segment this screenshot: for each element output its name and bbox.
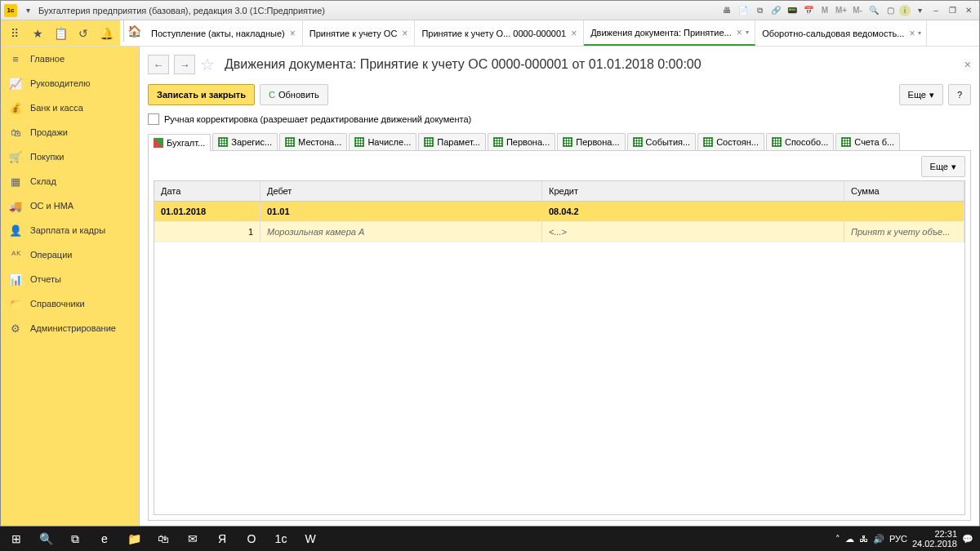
sidebar-item[interactable]: ᴬᴷОперации xyxy=(1,242,139,267)
m-minus-icon[interactable]: M- xyxy=(850,4,865,17)
sidebar-item[interactable]: ≡Главное xyxy=(1,47,139,71)
dropdown-icon[interactable]: ▾ xyxy=(20,4,35,17)
link-icon[interactable]: 🔗 xyxy=(768,4,783,17)
register-tab[interactable]: Местона... xyxy=(279,133,347,150)
document-tab[interactable]: Движения документа: Принятие...×▾ xyxy=(584,20,755,46)
refresh-icon: С xyxy=(269,90,275,100)
sidebar-item[interactable]: 📁Справочники xyxy=(1,291,139,316)
cell-debit: Морозильная камера А xyxy=(261,222,542,242)
store-icon[interactable]: 🛍 xyxy=(149,527,178,551)
m-plus-icon[interactable]: M+ xyxy=(834,4,849,17)
m-icon[interactable]: M xyxy=(817,4,832,17)
start-button[interactable]: ⊞ xyxy=(2,527,31,551)
1c-icon[interactable]: 1c xyxy=(266,527,296,551)
register-tab[interactable]: Парамет... xyxy=(418,133,486,150)
close-icon[interactable]: ✕ xyxy=(961,4,976,17)
yandex-icon[interactable]: Я xyxy=(207,527,237,551)
sidebar-icon: ▦ xyxy=(9,175,22,188)
refresh-button[interactable]: С Обновить xyxy=(260,84,328,105)
close-icon[interactable]: × xyxy=(571,28,577,39)
sidebar-item[interactable]: 📈Руководителю xyxy=(1,71,139,96)
sidebar-item[interactable]: 🛒Покупки xyxy=(1,144,139,169)
clock[interactable]: 22:31 24.02.2018 xyxy=(912,529,957,549)
register-tab[interactable]: Состоян... xyxy=(697,133,764,150)
register-tab[interactable]: Первона... xyxy=(488,133,555,150)
register-tab[interactable]: Способо... xyxy=(766,133,834,150)
sidebar-item[interactable]: 🛍Продажи xyxy=(1,120,139,144)
search-icon[interactable]: 🔍 xyxy=(31,527,60,551)
grid-icon xyxy=(703,137,713,147)
edge-icon[interactable]: e xyxy=(90,527,119,551)
word-icon[interactable]: W xyxy=(296,527,325,551)
doc-icon[interactable]: 📄 xyxy=(736,4,751,17)
chevron-down-icon[interactable]: ▾ xyxy=(746,29,749,36)
manual-edit-checkbox[interactable] xyxy=(148,113,159,125)
tray-up-icon[interactable]: ˄ xyxy=(835,534,840,544)
panel-more-button[interactable]: Еще ▾ xyxy=(921,156,965,177)
maximize-icon[interactable]: ❐ xyxy=(945,4,960,17)
opera-icon[interactable]: O xyxy=(237,527,266,551)
register-tab[interactable]: Первона... xyxy=(557,133,625,150)
col-date[interactable]: Дата xyxy=(154,181,261,201)
chevron-down-icon[interactable]: ▾ xyxy=(918,29,921,37)
explorer-icon[interactable]: 📁 xyxy=(119,527,149,551)
forward-button[interactable]: → xyxy=(174,55,195,74)
document-tab[interactable]: Поступление (акты, накладные)× xyxy=(145,20,303,46)
history-icon[interactable]: ↺ xyxy=(73,23,94,44)
close-icon[interactable]: × xyxy=(737,27,742,38)
sidebar-item[interactable]: 📊Отчеты xyxy=(1,267,139,291)
document-tab[interactable]: Оборотно-сальдовая ведомость...×▾ xyxy=(755,20,927,46)
table-body: 01.01.201801.0108.04.21Морозильная камер… xyxy=(154,202,964,514)
taskview-icon[interactable]: ⧉ xyxy=(60,527,90,551)
table-row[interactable]: 1Морозильная камера А<...>Принят к учету… xyxy=(154,222,964,242)
col-debit[interactable]: Дебет xyxy=(261,181,542,201)
sidebar-item[interactable]: ▦Склад xyxy=(1,169,139,193)
document-tab[interactable]: Принятие к учету ОС× xyxy=(303,20,416,46)
box-icon[interactable]: ▢ xyxy=(883,4,898,17)
register-tab[interactable]: Начисле... xyxy=(349,133,416,150)
network-icon[interactable]: 🖧 xyxy=(859,534,868,544)
calendar-icon[interactable]: 📅 xyxy=(801,4,816,17)
table-row[interactable]: 01.01.201801.0108.04.2 xyxy=(154,202,964,222)
close-icon[interactable]: × xyxy=(290,28,296,39)
document-tab[interactable]: Принятие к учету О... 0000-000001× xyxy=(415,20,584,46)
dd-icon[interactable]: ▾ xyxy=(912,4,927,17)
help-button[interactable]: ? xyxy=(948,84,971,105)
minimize-icon[interactable]: – xyxy=(929,4,943,17)
close-icon[interactable]: × xyxy=(909,28,915,39)
lang-indicator[interactable]: РУС xyxy=(889,534,907,544)
calc-icon[interactable]: 📟 xyxy=(785,4,800,17)
compare-icon[interactable]: ⧉ xyxy=(752,4,767,17)
star-icon[interactable]: ★ xyxy=(27,23,48,44)
sidebar-item[interactable]: 👤Зарплата и кадры xyxy=(1,218,139,242)
sidebar-label: Отчеты xyxy=(30,274,61,284)
register-tab[interactable]: Бухгалт... xyxy=(148,134,211,151)
col-credit[interactable]: Кредит xyxy=(542,181,844,201)
volume-icon[interactable]: 🔊 xyxy=(873,534,884,544)
cloud-icon[interactable]: ☁ xyxy=(845,534,854,544)
cell-sum xyxy=(844,202,964,221)
favorite-toggle[interactable]: ☆ xyxy=(200,55,215,74)
register-tab[interactable]: Зарегис... xyxy=(212,133,278,150)
print-icon[interactable]: 🖶 xyxy=(719,4,734,17)
apps-icon[interactable]: ⠿ xyxy=(4,23,25,44)
bell-icon[interactable]: 🔔 xyxy=(96,23,117,44)
clipboard-icon[interactable]: 📋 xyxy=(50,23,71,44)
grid-icon xyxy=(841,137,851,147)
sidebar-item[interactable]: 💰Банк и касса xyxy=(1,96,139,120)
back-button[interactable]: ← xyxy=(148,55,169,74)
zoom-icon[interactable]: 🔍 xyxy=(866,4,881,17)
more-button[interactable]: Еще ▾ xyxy=(899,84,943,105)
sidebar-item[interactable]: 🚚ОС и НМА xyxy=(1,193,139,218)
sidebar-item[interactable]: ⚙Администрирование xyxy=(1,316,139,340)
register-tab[interactable]: Счета б... xyxy=(835,133,900,150)
register-tab[interactable]: События... xyxy=(627,133,697,150)
home-icon[interactable]: 🏠 xyxy=(123,20,145,42)
close-icon[interactable]: × xyxy=(402,28,408,39)
info-icon[interactable]: i xyxy=(899,5,911,16)
col-sum[interactable]: Сумма xyxy=(844,181,964,201)
close-page-icon[interactable]: × xyxy=(964,58,971,71)
notifications-icon[interactable]: 💬 xyxy=(962,534,973,544)
save-close-button[interactable]: Записать и закрыть xyxy=(148,84,255,105)
mail-icon[interactable]: ✉ xyxy=(178,527,207,551)
